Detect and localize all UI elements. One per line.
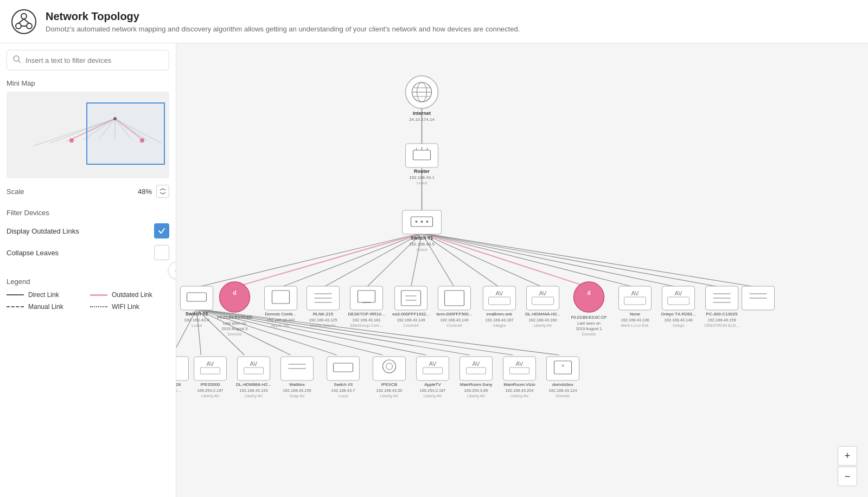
svg-text:192.168.43.187: 192.168.43.187 [485, 318, 513, 322]
node-appletv[interactable]: AV AppleTV 169.254.2.187 Liberty AV [417, 357, 449, 398]
node-domotz-pink1[interactable]: d F0:23:B9:E3:53:ED Last seen on 2019 Au… [217, 282, 252, 337]
svg-line-30 [411, 233, 422, 287]
svg-text:AV: AV [473, 360, 481, 367]
svg-text:DL-HDM44A-H2...: DL-HDM44A-H2... [525, 312, 560, 317]
svg-text:AV: AV [496, 290, 504, 296]
svg-text:AV: AV [250, 360, 258, 367]
svg-point-1 [21, 14, 27, 19]
svg-text:2019 August 1: 2019 August 1 [576, 326, 602, 331]
node-wattbox[interactable]: Wattbox 192.168.43.156 Snap AV [281, 357, 314, 398]
node-router[interactable]: Router 192.168.43.1 Luxul [406, 144, 438, 185]
legend-grid: Direct Link Outdated Link Manual Link WI… [7, 291, 169, 311]
svg-text:Liberty AV: Liberty AV [245, 393, 263, 398]
svg-text:192.168.43.182: 192.168.43.182 [266, 318, 295, 322]
mini-map-label: Mini Map [7, 79, 169, 87]
svg-line-35 [422, 233, 635, 287]
svg-rect-96 [350, 286, 383, 310]
svg-text:Onkyo: Onkyo [673, 323, 685, 328]
svg-line-28 [323, 233, 422, 287]
node-none[interactable]: AV None 192.168.43.136 Merit Li-Lin Ent. [619, 286, 652, 328]
svg-text:Liberty AV: Liberty AV [467, 393, 486, 398]
node-dl-hdm88a[interactable]: AV DL-HDM88A-H2... 192.168.43.193 Libert… [236, 357, 271, 398]
node-extra-right[interactable] [742, 286, 775, 310]
svg-text:192.168.43.7: 192.168.43.7 [331, 388, 355, 393]
node-desktop-rr10[interactable]: DESKTOP-RR10... 192.168.43.181 EliteGrou… [348, 286, 385, 328]
node-mainroom-sony[interactable]: AV MainRoom-Sony 169.254.3.86 Liberty AV [460, 357, 493, 398]
node-internet[interactable]: Internet 24.10.174.14 [406, 76, 438, 122]
topology-canvas[interactable]: Internet 24.10.174.14 Router 192.168.43.… [176, 43, 868, 497]
svg-text:None: None [630, 312, 641, 317]
svg-text:Last seen on: Last seen on [223, 321, 246, 326]
svg-text:192.168.43.124: 192.168.43.124 [548, 388, 577, 393]
legend-wifi-link: WIFI Link [90, 303, 169, 311]
node-ea3[interactable]: ea3-000FFF1932... 192.168.43.149 Control… [392, 286, 429, 328]
svg-text:AV: AV [539, 290, 547, 296]
node-domotz-conference[interactable]: Domotz Confe... 192.168.43.182 Apple, In… [265, 286, 297, 328]
svg-rect-175 [327, 357, 360, 380]
collapse-leaves-row: Collapse Leaves [7, 245, 169, 260]
svg-text:Router: Router [414, 169, 430, 174]
svg-text:192.168.43.156: 192.168.43.156 [283, 388, 311, 393]
node-dl-hdm44a[interactable]: AV DL-HDM44A-H2... 192.168.43.160 Libert… [525, 286, 560, 328]
svg-text:192.168.43.1: 192.168.43.1 [409, 175, 435, 180]
svg-text:Liberty AV: Liberty AV [380, 393, 399, 398]
svg-text:169.254.3.86: 169.254.3.86 [464, 388, 488, 393]
sidebar-collapse-button[interactable] [168, 262, 176, 279]
node-mainroom-vizio[interactable]: AV MainRoom-Vizio 192.168.43.204 Liberty… [503, 357, 536, 398]
network-topology-icon [11, 9, 37, 35]
display-outdated-links-row: Display Outdated Links [7, 223, 169, 238]
svg-point-68 [421, 221, 423, 223]
display-outdated-links-checkbox[interactable] [154, 223, 169, 238]
svg-text:Onkyo TX-R283...: Onkyo TX-R283... [661, 312, 696, 317]
svg-text:...43.128: ...43.128 [176, 382, 181, 387]
node-bcm[interactable]: bcm-000FFF500... 192.168.43.149 Control4 [437, 286, 473, 328]
node-imabmm[interactable]: AV imaBmm-onk 192.168.43.187 Integra [483, 286, 516, 328]
svg-rect-102 [395, 286, 427, 310]
node-pc300[interactable]: PC-300-C13025 192.168.43.159 CRESTRON EL… [704, 286, 739, 328]
svg-text:Domotz: Domotz [556, 393, 570, 398]
node-ipes5000[interactable]: AV IPES5000 169.254.2.197 Liberty AV [194, 357, 227, 398]
node-switch2[interactable]: Switch #2 192.168.43.8 Luxul [181, 286, 213, 328]
collapse-leaves-checkbox[interactable] [154, 245, 169, 260]
svg-text:24.10.174.14: 24.10.174.14 [409, 117, 435, 122]
svg-rect-73 [181, 286, 213, 310]
svg-text:DL-HDM88A-H2...: DL-HDM88A-H2... [236, 382, 271, 387]
node-switch3[interactable]: Switch #3 192.168.43.7 Luxul [327, 357, 360, 398]
node-128[interactable]: ...43.128 ver Sys... [176, 357, 189, 393]
node-switch1[interactable]: Switch #1 192.168.43.5 Luxul [403, 210, 442, 252]
zoom-out-button[interactable]: − [838, 467, 857, 486]
svg-text:192.168.43.5: 192.168.43.5 [409, 242, 435, 247]
node-rlnk215[interactable]: RLNK-215 192.168.43.125 Middle Atlantic [307, 286, 340, 328]
mini-map-canvas [7, 92, 169, 178]
node-domotzbox[interactable]: d domotzbox 192.168.43.124 Domotz [547, 357, 579, 398]
svg-text:Liberty AV: Liberty AV [510, 393, 529, 398]
node-onkyo-tx[interactable]: AV Onkyo TX-R283... 192.168.43.148 Onkyo [661, 286, 696, 328]
search-input[interactable] [25, 56, 163, 64]
node-ipexcb[interactable]: IPEXCB 192.168.43.20 Liberty AV [373, 357, 406, 398]
legend-manual-link-line [7, 306, 24, 307]
svg-point-126 [574, 282, 604, 312]
svg-text:192.168.43.136: 192.168.43.136 [621, 318, 649, 322]
page-title: Network Topology [46, 10, 520, 23]
svg-text:d: d [233, 290, 236, 296]
svg-text:Integra: Integra [493, 323, 506, 328]
svg-point-3 [27, 23, 32, 29]
svg-line-34 [422, 233, 589, 287]
svg-point-21 [69, 138, 74, 143]
page-description: Domotz's automated network mapping and d… [46, 25, 520, 33]
svg-line-37 [422, 233, 722, 287]
zoom-in-button[interactable]: + [838, 446, 857, 466]
svg-text:Luxul: Luxul [417, 180, 427, 185]
legend-outdated-link-line [90, 294, 107, 296]
svg-text:Domotz Confe...: Domotz Confe... [265, 312, 297, 317]
legend-label: Legend [7, 277, 169, 286]
expand-button[interactable] [156, 185, 169, 198]
svg-text:2019 August 3: 2019 August 3 [222, 326, 248, 331]
svg-text:domotzbox: domotzbox [552, 382, 573, 387]
legend-direct-link: Direct Link [7, 291, 86, 299]
svg-text:192.168.43.148: 192.168.43.148 [664, 318, 692, 322]
search-box[interactable] [7, 50, 169, 70]
svg-text:192.168.43.125: 192.168.43.125 [309, 318, 337, 322]
svg-text:Luxul: Luxul [339, 393, 348, 398]
node-domotz-pink2[interactable]: d F0:23:B9:E3:0C:CF Last seen on 2019 Au… [571, 282, 607, 337]
